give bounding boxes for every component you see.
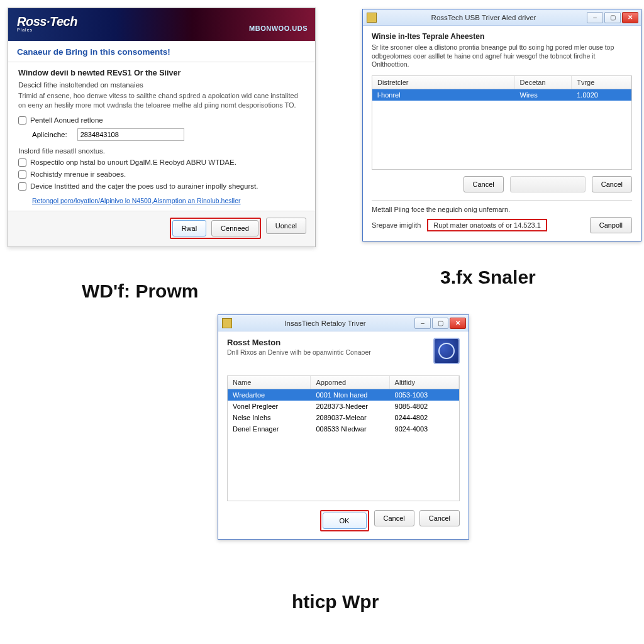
checkbox-device[interactable]	[18, 182, 26, 191]
minimize-button[interactable]: –	[587, 12, 603, 23]
table-row-selected[interactable]: l-honrel Wires 1.0020	[372, 89, 631, 101]
section-body: Window devii b newted REvS1 Or the Siive…	[8, 62, 315, 211]
cancel-button-2[interactable]: Cancel	[419, 510, 460, 526]
checkbox-row-2: Rospectilo onp hstal bo unourt DgalM.E R…	[18, 158, 305, 167]
subheading: Descicl fithe instoltended on mstanaies	[18, 81, 305, 89]
checkbox-label: Device Institted and the caţer the poes …	[30, 182, 258, 190]
col-apporned: Apporned	[311, 376, 389, 389]
device-table: Name Apporned Altifidy Wredartoe 0001 Nt…	[227, 375, 460, 501]
sub-label: Mettall Piing foce the neguich onig unfe…	[372, 206, 632, 213]
minimize-button[interactable]: –	[414, 318, 431, 329]
install-button[interactable]: Rwal	[172, 220, 206, 236]
col-altifidy: Altifidy	[390, 376, 459, 389]
maximize-button[interactable]: ▢	[604, 12, 621, 23]
cell: Vonel Pregleer	[228, 401, 311, 412]
cell: 9085-4802	[390, 401, 459, 412]
installer-window-1: Ross·Tech Plales MBONWOO.UDS Canaeur de …	[8, 8, 316, 247]
checkbox-pentell[interactable]	[18, 116, 26, 125]
col-distretcler: Distretcler	[372, 76, 515, 89]
subheading-2: Inslord fitle nesatll snoxtus.	[18, 147, 305, 155]
paragraph: Sr lite srooner olee a dlistono prontia …	[372, 43, 632, 69]
window-icon	[367, 13, 377, 23]
heading: Window devii b newted REvS1 Or the Siive…	[18, 69, 305, 77]
logo-sub: Plales	[17, 28, 77, 32]
body: Winsie in-ltes Teprale Aheesten Sr lite …	[363, 26, 641, 241]
cell: 2028373-Nedeer	[311, 401, 389, 412]
checkbox-label: Pentell Aonued retlone	[30, 116, 103, 124]
col-name: Name	[228, 376, 311, 389]
field-label: Srepave imiglith	[372, 221, 421, 229]
ross-tech-badge-icon	[433, 338, 460, 364]
cell: 0244-4802	[390, 412, 459, 423]
cell: Nelse Inlehs	[228, 412, 311, 423]
titlebar: RossTech USB Triver Aled driver – ▢ ✕	[363, 9, 641, 26]
table-header: Distretcler Decetan Tvrge	[372, 76, 631, 89]
titlebar: InsasTiech Retaloy Triver – ▢ ✕	[218, 315, 469, 331]
table-row[interactable]: Wredartoe 0001 Nton hared 0053-1003	[228, 389, 459, 401]
heading: Winsie in-ltes Teprale Aheesten	[372, 32, 632, 41]
description: Trimid af ensene, hoo denwe vitess to sa…	[18, 91, 305, 110]
cell: 0001 Nton hared	[311, 389, 389, 401]
col-tvrge: Tvrge	[572, 76, 631, 89]
aplicinche-row: Aplicinche:	[32, 128, 305, 141]
blue-heading: Canaeur de Bring in this consoments!	[8, 41, 315, 62]
cancel-button-left[interactable]: Cancel	[464, 176, 504, 192]
heading: Rosst Meston	[227, 338, 371, 347]
header-text: Rosst Meston Dnll Rixos an Denive wilh b…	[227, 338, 371, 356]
table-header: Name Apporned Altifidy	[228, 376, 459, 389]
driver-table: Distretcler Decetan Tvrge l-honrel Wires…	[372, 75, 632, 170]
close-button[interactable]: ✕	[450, 318, 466, 329]
cell: 008533 Nledwar	[311, 423, 389, 435]
red-highlight-box: Rwal Cenneed	[170, 218, 261, 239]
body: Name Apporned Altifidy Wredartoe 0001 Nt…	[218, 370, 469, 539]
caption-3: hticp Wpr	[292, 591, 379, 613]
cell: 2089037-Melear	[311, 412, 389, 423]
close-button[interactable]: ✕	[622, 12, 638, 23]
cell: 9024-4003	[390, 423, 459, 435]
checkbox-row-4: Device Institted and the caţer the poes …	[18, 182, 305, 191]
col-decetan: Decetan	[515, 76, 572, 89]
cell: 0053-1003	[390, 389, 459, 401]
banner: Ross·Tech Plales MBONWOO.UDS	[8, 8, 315, 41]
aplicinche-input[interactable]	[77, 128, 184, 141]
cancel-button-right[interactable]: Cancel	[592, 176, 632, 192]
checkbox-rochistdy[interactable]	[18, 170, 26, 179]
checkbox-row-1: Pentell Aonued retlone	[18, 116, 305, 125]
uoncel-button[interactable]: Uoncel	[266, 218, 306, 234]
cell: Wredartoe	[228, 389, 311, 401]
cancel-button[interactable]: Cenneed	[211, 220, 258, 236]
table-row[interactable]: Vonel Pregleer 2028373-Nedeer 9085-4802	[228, 401, 459, 412]
sub-row: Srepave imiglith Rupt mater onatoats of …	[372, 217, 632, 233]
checkbox-rospectilo[interactable]	[18, 158, 26, 167]
retaloy-triver-window: InsasTiech Retaloy Triver – ▢ ✕ Rosst Me…	[218, 314, 469, 540]
red-highlight-box: OK	[320, 510, 369, 531]
checkbox-label: Rochistdy mrenue ir seaboes.	[30, 170, 126, 178]
aplicinche-label: Aplicinche:	[32, 131, 67, 138]
ok-button[interactable]: OK	[323, 513, 367, 529]
cell: l-honrel	[372, 89, 515, 101]
ross-tech-logo: Ross·Tech Plales	[17, 14, 77, 32]
cancel-button-1[interactable]: Cancel	[374, 510, 414, 526]
cell: 1.0020	[572, 89, 631, 101]
sub-section: Mettall Piing foce the neguich onig unfe…	[372, 200, 632, 233]
caption-2: 3.fx Snaler	[440, 267, 536, 288]
button-row: Rwal Cenneed Uoncel	[8, 211, 315, 247]
table-row[interactable]: Denel Ennager 008533 Nledwar 9024-4003	[228, 423, 459, 435]
version-highlight-box: Rupt mater onatoats of or 14.523.1	[427, 219, 547, 231]
canpoll-button[interactable]: Canpoll	[590, 217, 632, 233]
banner-code: MBONWOO.UDS	[249, 25, 308, 32]
link-retongol[interactable]: Retongol poro/loyatlon/Alpinivo lo N4500…	[32, 197, 241, 204]
table-row[interactable]: Nelse Inlehs 2089037-Melear 0244-4802	[228, 412, 459, 423]
button-row: OK Cancel Cancel	[227, 510, 460, 531]
cell: Wires	[515, 89, 572, 101]
logo-main: Ross·Tech	[17, 14, 77, 28]
maximize-button[interactable]: ▢	[432, 318, 448, 329]
window-title: InsasTiech Retaloy Triver	[236, 319, 414, 327]
caption-1: WD'f: Prowm	[82, 280, 198, 302]
subheading: Dnll Rixos an Denive wilh be opanwintic …	[227, 348, 371, 356]
window-title: RossTech USB Triver Aled driver	[380, 14, 587, 21]
cell: Denel Ennager	[228, 423, 311, 435]
window-controls: – ▢ ✕	[587, 12, 638, 23]
checkbox-label: Rospectilo onp hstal bo unourt DgalM.E R…	[30, 158, 236, 166]
disabled-button	[510, 176, 586, 192]
